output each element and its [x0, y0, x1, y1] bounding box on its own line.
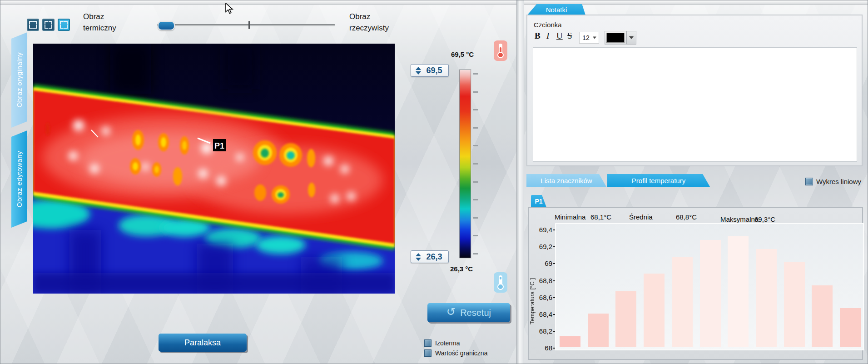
- italic-button[interactable]: I: [546, 31, 549, 41]
- temperature-bar: [644, 274, 665, 347]
- thermometer-hot-icon[interactable]: [494, 40, 507, 61]
- scale-tick: [473, 235, 478, 236]
- marker-p1-label: P1: [214, 141, 224, 150]
- spinner-updown-icon[interactable]: [414, 253, 423, 261]
- paralaksa-button[interactable]: Paralaksa: [159, 334, 247, 352]
- reset-icon: ↺: [446, 306, 456, 317]
- y-tick-label: 68,6: [531, 294, 552, 301]
- temperature-bar: [615, 291, 636, 347]
- scale-min-spinner[interactable]: 26,3: [411, 250, 449, 263]
- color-swatch-black: [606, 33, 625, 43]
- panel-splitter[interactable]: [516, 0, 524, 364]
- scale-tick: [473, 217, 478, 219]
- y-tick-label: 68,4: [531, 310, 552, 318]
- selection-area-medium-button[interactable]: [42, 19, 55, 31]
- tab-obraz-edytowany[interactable]: Obraz edytowany: [11, 130, 27, 228]
- crop-corners-icon: [45, 21, 52, 29]
- tab-notatki-label: Notatki: [546, 6, 567, 14]
- selection-area-small-button[interactable]: [27, 19, 39, 31]
- window-top-strip: [0, 0, 868, 5]
- bold-button[interactable]: B: [535, 31, 541, 41]
- strikethrough-button[interactable]: S: [567, 31, 572, 41]
- tab-marker-p1-label: P1: [535, 198, 542, 205]
- thermometer-cold-icon[interactable]: [494, 272, 507, 293]
- tab-profil-temperatury[interactable]: Profil temperatury: [607, 174, 710, 187]
- tab-notatki[interactable]: Notatki: [527, 4, 585, 15]
- chevron-down-icon: [629, 36, 634, 39]
- tab-obraz-oryginalny[interactable]: Obraz oryginalny: [11, 32, 27, 128]
- temperature-profile-chart-panel: Minimalna 68,1°C Średnia 68,8°C Maksymal…: [528, 207, 863, 360]
- notes-textarea[interactable]: [533, 47, 857, 162]
- font-color-dropdown-button[interactable]: [626, 31, 636, 45]
- stat-min-value: 68,1°C: [590, 213, 611, 221]
- y-tick-label: 69: [531, 259, 552, 267]
- font-size-select[interactable]: 12: [579, 32, 599, 44]
- thermal-analysis-app: { "window": {"note": "thermal image anal…: [0, 0, 868, 364]
- izoterma-checkbox[interactable]: [424, 339, 432, 347]
- image-blend-slider-thumb[interactable]: [158, 21, 175, 30]
- stat-avg-value: 68,8°C: [676, 213, 697, 221]
- scale-tick: [473, 253, 478, 254]
- font-color-swatch[interactable]: [605, 31, 626, 45]
- crop-corners-icon: [60, 21, 68, 29]
- crop-corners-icon: [29, 21, 37, 29]
- selection-area-full-button[interactable]: [58, 19, 70, 31]
- temperature-bar: [588, 314, 609, 347]
- thermal-image[interactable]: P1: [33, 44, 395, 294]
- temperature-bar: [700, 240, 721, 347]
- temperature-bar: [784, 262, 805, 347]
- font-section-label: Czcionka: [534, 21, 562, 29]
- scale-min-value: 26,3: [423, 252, 448, 262]
- slider-center-tick: [248, 21, 250, 29]
- spinner-updown-icon[interactable]: [414, 67, 423, 75]
- stat-min-label: Minimalna: [555, 213, 585, 221]
- y-tick-label: 68: [531, 344, 552, 352]
- reset-button-label: Resetuj: [460, 308, 491, 318]
- scale-max-caption: 69,5 °C: [451, 50, 474, 58]
- izoterma-label: Izoterma: [435, 339, 460, 347]
- wartosc-graniczna-label: Wartość graniczna: [435, 349, 487, 357]
- scale-tick: [473, 163, 478, 165]
- scale-tick: [473, 145, 478, 146]
- temperature-bar: [756, 249, 777, 347]
- temperature-bar: [672, 257, 693, 347]
- scale-tick: [473, 91, 478, 93]
- scale-min-caption: 26,3 °C: [450, 265, 473, 273]
- scale-tick: [473, 199, 478, 200]
- scale-tick: [473, 109, 478, 110]
- wykres-liniowy-checkbox[interactable]: [805, 178, 813, 185]
- tab-profil-temperatury-label: Profil temperatury: [632, 177, 685, 184]
- chart-plot-area: [555, 223, 864, 350]
- image-blend-slider-track[interactable]: [157, 24, 335, 26]
- underline-button[interactable]: U: [556, 31, 563, 41]
- tab-lista-znacznikow-label: Lista znaczników: [541, 177, 592, 184]
- tab-obraz-oryginalny-label: Obraz oryginalny: [15, 52, 23, 107]
- stat-avg-label: Średnia: [629, 213, 653, 221]
- real-image-label: Obraz rzeczywisty: [349, 11, 389, 34]
- temperature-bar: [840, 308, 861, 347]
- reset-button[interactable]: ↺ Resetuj: [427, 303, 510, 322]
- scale-tick: [473, 181, 478, 183]
- y-tick-label: 69,4: [531, 226, 552, 234]
- marker-p1[interactable]: P1: [213, 139, 226, 151]
- y-tick-label: 68,8: [531, 277, 552, 284]
- stat-max-label: Maksymalna: [720, 215, 759, 223]
- temperature-bar: [560, 336, 580, 347]
- wykres-liniowy-label: Wykres liniowy: [816, 178, 861, 185]
- temperature-bar: [812, 285, 833, 347]
- stat-max-value: 69,3°C: [754, 215, 775, 223]
- temperature-bar: [728, 236, 749, 347]
- scale-max-spinner[interactable]: 69,5: [411, 64, 449, 77]
- temperature-color-scale: [459, 70, 471, 258]
- scale-max-value: 69,5: [423, 66, 448, 75]
- font-size-value: 12: [580, 34, 592, 41]
- bar-series: [556, 224, 863, 349]
- y-tick-label: 69,2: [531, 243, 552, 250]
- tab-marker-p1[interactable]: P1: [531, 195, 546, 207]
- chevron-down-icon: [593, 37, 596, 39]
- y-tick-label: 68,2: [531, 327, 552, 335]
- tab-lista-znacznikow[interactable]: Lista znaczników: [526, 174, 606, 187]
- thermal-image-label: Obraz termiczny: [83, 11, 116, 34]
- wartosc-graniczna-checkbox[interactable]: [424, 349, 432, 357]
- scale-tick: [473, 127, 478, 129]
